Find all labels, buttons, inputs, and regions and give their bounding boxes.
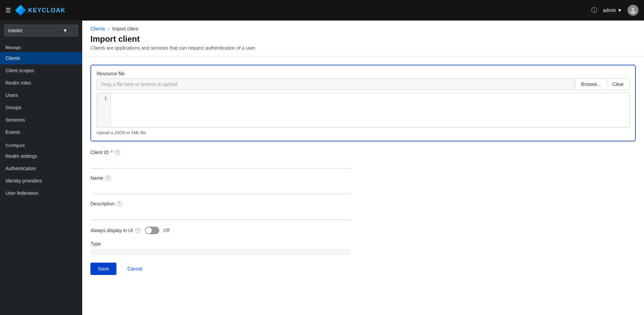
name-field: Name ?: [90, 175, 636, 194]
groups-label: Groups: [5, 105, 77, 110]
resource-file-label-row: Resource file: [97, 71, 630, 76]
realm-selector[interactable]: master ▼: [4, 25, 78, 36]
page-subtitle: Clients are applications and services th…: [90, 45, 636, 51]
line-numbers: 1: [97, 93, 111, 127]
always-display-label: Always display in UI: [90, 228, 133, 233]
type-field: Type: [90, 241, 636, 254]
upload-bar: Drag a file here or browse to upload Bro…: [97, 78, 630, 90]
save-button[interactable]: Save: [90, 263, 116, 275]
sidebar-item-users[interactable]: Users: [0, 89, 82, 101]
sidebar-item-identity-providers[interactable]: Identity providers: [0, 175, 82, 187]
sidebar-item-sessions[interactable]: Sessions: [0, 114, 82, 126]
avatar[interactable]: [628, 5, 639, 16]
name-input[interactable]: [90, 183, 351, 194]
top-navigation: ☰ KEYCLOAK ⓘ admin ▼: [0, 0, 644, 21]
upload-placeholder: Drag a file here or browse to upload: [97, 79, 575, 90]
menu-icon[interactable]: ☰: [5, 7, 11, 14]
code-content[interactable]: [111, 93, 629, 127]
admin-label: admin: [603, 8, 616, 13]
user-federation-label: User federation: [5, 190, 77, 196]
breadcrumb-current: Import client: [112, 26, 138, 32]
type-label-row: Type: [90, 241, 636, 247]
breadcrumb: Clients › Import client: [82, 21, 644, 34]
toggle-knob: [146, 227, 152, 234]
breadcrumb-clients-link[interactable]: Clients: [90, 26, 105, 32]
page-title: Import client: [90, 34, 636, 44]
page-title-area: Import client Clients are applications a…: [82, 34, 644, 56]
users-label: Users: [5, 92, 77, 98]
help-icon[interactable]: ⓘ: [591, 6, 597, 14]
breadcrumb-separator: ›: [108, 26, 110, 32]
clients-label: Clients: [5, 55, 77, 61]
client-id-field: Client ID * ?: [90, 150, 636, 168]
sidebar-item-events[interactable]: Events: [0, 126, 82, 138]
sidebar: master ▼ Manage Clients Client scopes Re…: [0, 21, 82, 315]
admin-dropdown-icon: ▼: [617, 8, 622, 13]
realm-settings-label: Realm settings: [5, 153, 77, 159]
sidebar-item-clients[interactable]: Clients: [0, 52, 82, 64]
type-label: Type: [90, 241, 101, 247]
toggle-status: Off: [163, 228, 170, 233]
manage-section-label: Manage: [0, 40, 82, 52]
realm-dropdown-arrow: ▼: [63, 28, 67, 33]
name-label-row: Name ?: [90, 175, 636, 181]
always-display-help-icon[interactable]: ?: [135, 228, 141, 233]
client-id-input[interactable]: [90, 157, 351, 168]
sidebar-item-user-federation[interactable]: User federation: [0, 187, 82, 199]
type-input-disabled: [90, 249, 351, 254]
always-display-label-row: Always display in UI ?: [90, 228, 141, 233]
sidebar-item-realm-settings[interactable]: Realm settings: [0, 150, 82, 162]
resource-file-section: Resource file Drag a file here or browse…: [90, 65, 636, 141]
description-field: Description ?: [90, 201, 636, 220]
sidebar-item-realm-roles[interactable]: Realm roles: [0, 77, 82, 89]
admin-menu-button[interactable]: admin ▼: [603, 8, 622, 13]
clear-button[interactable]: Clear: [607, 79, 629, 90]
browse-button[interactable]: Browse...: [575, 79, 606, 90]
svg-point-1: [631, 11, 635, 14]
realm-name: master: [8, 28, 23, 33]
sessions-label: Sessions: [5, 117, 77, 123]
description-label-row: Description ?: [90, 201, 636, 206]
events-label: Events: [5, 129, 77, 135]
svg-point-0: [632, 8, 634, 11]
logo-diamond-icon: [15, 5, 26, 16]
always-display-row: Always display in UI ? Off: [90, 227, 636, 234]
sidebar-item-authentication[interactable]: Authentication: [0, 162, 82, 175]
action-buttons: Save Cancel: [90, 263, 636, 286]
sidebar-item-groups[interactable]: Groups: [0, 101, 82, 114]
app-name: KEYCLOAK: [28, 7, 65, 14]
name-label: Name: [90, 175, 103, 181]
divider: [82, 56, 644, 56]
realm-roles-label: Realm roles: [5, 80, 77, 86]
content-area: Clients › Import client Import client Cl…: [82, 21, 644, 315]
client-id-label: Client ID: [90, 150, 109, 155]
sidebar-item-client-scopes[interactable]: Client scopes: [0, 64, 82, 77]
code-editor: 1: [97, 93, 630, 128]
always-display-toggle[interactable]: [145, 227, 159, 234]
client-scopes-label: Client scopes: [5, 68, 77, 73]
description-label: Description: [90, 201, 114, 206]
name-help-icon[interactable]: ?: [105, 175, 111, 181]
client-id-label-row: Client ID * ?: [90, 150, 636, 155]
cancel-button[interactable]: Cancel: [121, 263, 149, 274]
description-help-icon[interactable]: ?: [116, 201, 122, 206]
description-input[interactable]: [90, 209, 351, 220]
form-content: Resource file Drag a file here or browse…: [82, 65, 644, 286]
resource-file-label: Resource file: [97, 71, 125, 76]
line-number-1: 1: [100, 96, 107, 101]
logo: KEYCLOAK: [15, 5, 65, 16]
authentication-label: Authentication: [5, 166, 77, 171]
client-id-help-icon[interactable]: ?: [115, 150, 120, 155]
upload-hint: Upload a JSON or XML file: [97, 130, 630, 135]
identity-providers-label: Identity providers: [5, 178, 77, 184]
configure-section-label: Configure: [0, 138, 82, 150]
client-id-required: *: [111, 150, 113, 155]
